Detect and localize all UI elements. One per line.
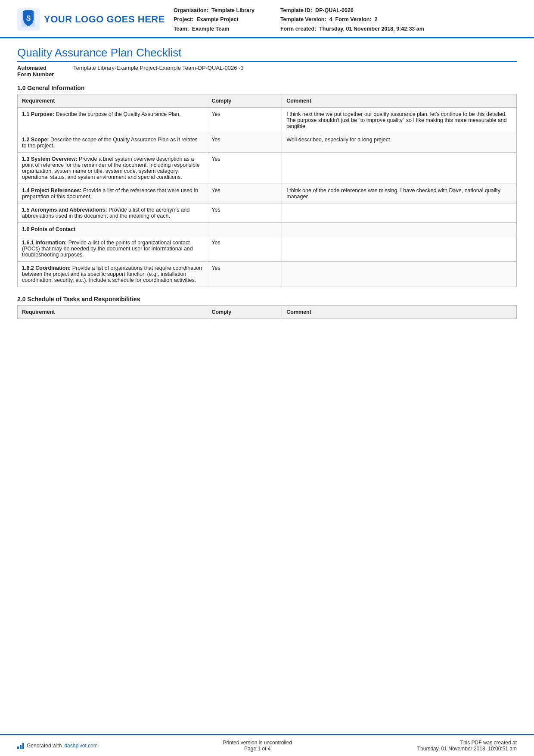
page-header: S YOUR LOGO GOES HERE Organisation: Temp… [0,0,534,38]
team-value: Example Team [192,26,230,32]
form-created-label: Form created: [280,26,316,32]
header-meta-right: Template ID: DP-QUAL-0026 Template Versi… [280,6,424,34]
req-cell: 1.2 Scope: Describe the scope of the Qua… [18,133,207,152]
comment-cell [282,203,517,222]
table-row: 1.3 System Overview: Provide a brief sys… [18,152,517,184]
comment-cell: I think next time we put together our qu… [282,107,517,133]
req-cell: 1.1 Purpose: Describe the purpose of the… [18,107,207,133]
team-row: Team: Example Team [174,25,255,34]
req-cell: 1.5 Acronyms and Abbreviations: Provide … [18,203,207,222]
form-version-label: Form Version: [335,16,372,22]
logo-text: YOUR LOGO GOES HERE [44,14,165,25]
col-header-comply: Comply [207,94,282,107]
footer-pdf-date: Thursday, 01 November 2018, 10:00:51 am [417,746,517,752]
table-row: 1.2 Scope: Describe the scope of the Qua… [18,133,517,152]
page-footer: Generated with dashpivot.com Printed ver… [0,734,534,756]
section2-table: Requirement Comply Comment [17,305,517,319]
dashpivot-icon [17,742,24,749]
section2-heading: 2.0 Schedule of Tasks and Responsibiliti… [17,296,517,303]
table-row: 1.4 Project References: Provide a list o… [18,184,517,203]
template-id-value: DP-QUAL-0026 [315,7,354,13]
project-label: Project: [174,16,194,22]
footer-pdf-created: This PDF was created at [417,740,517,746]
table-row: 1.6.1 Information: Provide a list of the… [18,236,517,261]
form-number-label: AutomatedForm Number [17,65,73,78]
comply-cell: Yes [207,184,282,203]
comply-cell: Yes [207,107,282,133]
header-meta-left: Organisation: Template Library Project: … [174,6,255,34]
comply-cell [207,222,282,236]
table-header-row: Requirement Comply Comment [18,94,517,107]
form-version-value: 2 [375,16,378,22]
svg-text:S: S [26,15,31,22]
req-cell: 1.3 System Overview: Provide a brief sys… [18,152,207,184]
comment-cell: I think one of the code references was m… [282,184,517,203]
col-header-comment: Comment [282,305,517,319]
template-version-value: 4 [329,16,332,22]
table-header-row: Requirement Comply Comment [18,305,517,319]
org-row: Organisation: Template Library [174,6,255,15]
col-header-req: Requirement [18,305,207,319]
footer-left: Generated with dashpivot.com [17,742,98,749]
col-header-comment: Comment [282,94,517,107]
req-cell: 1.6 Points of Contact [18,222,207,236]
comment-cell: Well described, especially for a long pr… [282,133,517,152]
page-title: Quality Assurance Plan Checklist [17,46,517,62]
org-value: Template Library [211,7,255,13]
table-row: 1.1 Purpose: Describe the purpose of the… [18,107,517,133]
comment-cell [282,261,517,287]
org-label: Organisation: [174,7,208,13]
template-id-label: Template ID: [280,7,312,13]
form-number-value: Template Library-Example Project-Example… [73,65,244,71]
team-label: Team: [174,26,189,32]
comment-cell [282,152,517,184]
comment-cell [282,236,517,261]
table-row: 1.5 Acronyms and Abbreviations: Provide … [18,203,517,222]
section1-table: Requirement Comply Comment 1.1 Purpose: … [17,94,517,287]
req-cell: 1.6.2 Coordination: Provide a list of or… [18,261,207,287]
req-cell: 1.4 Project References: Provide a list o… [18,184,207,203]
form-created-row: Form created: Thursday, 01 November 2018… [280,25,424,34]
footer-center: Printed version is uncontrolled Page 1 o… [223,740,292,752]
logo-section: S YOUR LOGO GOES HERE [17,5,165,34]
header-meta: Organisation: Template Library Project: … [174,5,517,34]
section1-heading: 1.0 General Information [17,84,517,91]
logo-icon: S [17,8,40,31]
table-row: 1.6.2 Coordination: Provide a list of or… [18,261,517,287]
col-header-comply: Comply [207,305,282,319]
footer-uncontrolled: Printed version is uncontrolled [223,740,292,746]
comment-cell [282,222,517,236]
template-version-label: Template Version: [280,16,326,22]
req-cell: 1.6.1 Information: Provide a list of the… [18,236,207,261]
project-value: Example Project [196,16,238,22]
form-created-value: Thursday, 01 November 2018, 9:42:33 am [319,26,424,32]
footer-right: This PDF was created at Thursday, 01 Nov… [417,740,517,752]
comply-cell: Yes [207,261,282,287]
form-number-row: AutomatedForm Number Template Library-Ex… [17,65,517,78]
version-row: Template Version: 4 Form Version: 2 [280,15,424,24]
col-header-req: Requirement [18,94,207,107]
comply-cell: Yes [207,236,282,261]
template-id-row: Template ID: DP-QUAL-0026 [280,6,424,15]
project-row: Project: Example Project [174,15,255,24]
table-row: 1.6 Points of Contact [18,222,517,236]
main-content: Quality Assurance Plan Checklist Automat… [0,38,534,319]
generated-text: Generated with [27,743,62,749]
comply-cell: Yes [207,203,282,222]
footer-page-number: Page 1 of 4 [223,746,292,752]
comply-cell: Yes [207,133,282,152]
comply-cell: Yes [207,152,282,184]
dashpivot-link[interactable]: dashpivot.com [64,743,97,749]
